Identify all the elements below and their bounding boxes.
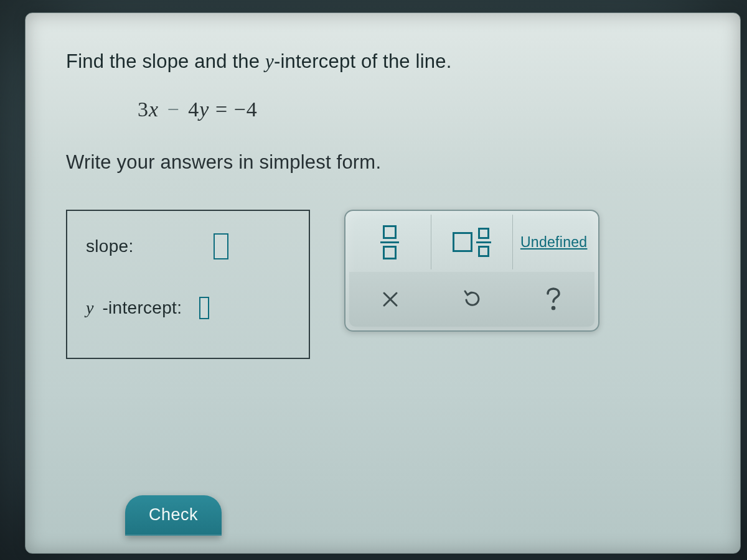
fraction-icon — [380, 225, 399, 259]
eq-coef-a: 3 — [138, 98, 149, 121]
eq-y: y — [199, 98, 209, 121]
eq-coef-b: 4 — [188, 98, 199, 121]
instruction: Write your answers in simplest form. — [66, 151, 709, 174]
undefined-label: Undefined — [520, 234, 588, 251]
yintercept-input[interactable] — [199, 297, 209, 319]
yint-var: y — [86, 298, 97, 318]
question-panel: Find the slope and the y-intercept of th… — [25, 12, 741, 554]
undo-icon — [461, 289, 482, 310]
slope-input[interactable] — [214, 233, 228, 259]
eq-c: −4 — [234, 98, 258, 121]
check-button[interactable]: Check — [125, 495, 222, 536]
svg-point-2 — [553, 307, 555, 309]
equation: 3x − 4y = −4 — [138, 98, 709, 121]
check-label: Check — [149, 505, 198, 524]
question-icon — [544, 286, 563, 312]
work-row: slope: y-intercept: — [66, 210, 709, 359]
answer-box: slope: y-intercept: — [66, 210, 310, 359]
keypad-row-actions — [349, 272, 594, 327]
question-line-1: Find the slope and the y-intercept of th… — [66, 50, 709, 73]
yintercept-line: y-intercept: — [86, 297, 290, 319]
keypad: Undefined — [344, 210, 599, 332]
question-line-1-var: y — [265, 50, 274, 72]
keypad-row-templates: Undefined — [349, 215, 594, 269]
slope-line: slope: — [86, 233, 290, 259]
eq-x: x — [149, 98, 159, 121]
mixed-number-template-button[interactable] — [431, 215, 513, 269]
mixed-number-icon — [453, 228, 491, 257]
clear-button[interactable] — [349, 272, 431, 327]
slope-label: slope: — [86, 236, 134, 256]
question-line-1-post: -intercept of the line. — [274, 50, 451, 72]
close-icon — [381, 290, 400, 309]
help-button[interactable] — [513, 272, 594, 327]
reset-button[interactable] — [431, 272, 512, 327]
question-line-1-pre: Find the slope and the — [66, 50, 265, 72]
undefined-button[interactable]: Undefined — [512, 215, 594, 269]
yint-label: -intercept: — [102, 298, 182, 318]
eq-equals: = — [215, 98, 228, 121]
fraction-template-button[interactable] — [349, 215, 431, 269]
eq-op: − — [165, 98, 182, 121]
